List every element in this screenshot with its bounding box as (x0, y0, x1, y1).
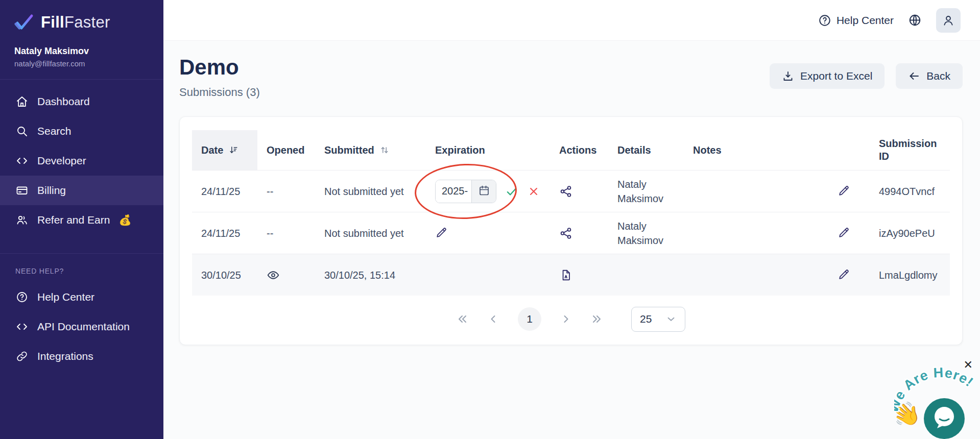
code-icon (15, 320, 29, 333)
content: Demo Submissions (3) Export to Excel Bac… (163, 41, 980, 439)
sidebar-item-search[interactable]: Search (0, 116, 163, 146)
code-icon (15, 154, 29, 167)
double-chevron-left-icon (457, 313, 469, 325)
share-icon[interactable] (559, 185, 572, 198)
share-icon[interactable] (559, 227, 572, 240)
actions-cell (550, 227, 608, 240)
divider (0, 253, 163, 254)
date-cell: 30/10/25 (192, 268, 257, 282)
sidebar-item-label: Billing (37, 184, 66, 197)
submission-id-cell: izAy90ePeU (868, 226, 950, 240)
chevron-down-icon (665, 313, 677, 325)
edit-notes-button[interactable] (838, 184, 850, 199)
topbar-help-center[interactable]: Help Center (818, 14, 894, 27)
prev-page-button[interactable] (487, 313, 499, 325)
refer-icon (15, 213, 29, 227)
page-size-select[interactable]: 25 (631, 307, 685, 332)
sidebar-item-refer-and-earn[interactable]: Refer and Earn 💰 (0, 205, 163, 235)
chevron-left-icon (487, 313, 499, 325)
current-page[interactable]: 1 (518, 307, 541, 331)
column-header-date[interactable]: Date (192, 130, 257, 170)
column-header-notes: Notes (684, 130, 868, 170)
table-header: Date Opened Submitted Expiration Actions… (192, 130, 950, 170)
edit-expiration-button[interactable] (435, 226, 448, 240)
user-email: nataly@fillfaster.com (14, 59, 149, 68)
details-cell: Nataly Maksimov (608, 219, 684, 248)
app-logo[interactable]: FillFaster (0, 0, 163, 42)
submitted-cell: Not submitted yet (315, 184, 426, 199)
next-page-button[interactable] (560, 313, 572, 325)
sidebar-item-label: Developer (37, 155, 86, 167)
submitted-cell: 30/10/25, 15:14 (315, 268, 426, 282)
pdf-icon[interactable] (559, 269, 572, 282)
credit-card-icon (15, 184, 29, 197)
sidebar-item-label: Dashboard (37, 95, 90, 108)
first-page-button[interactable] (457, 313, 469, 325)
export-to-excel-button[interactable]: Export to Excel (770, 63, 885, 89)
sidebar-item-developer[interactable]: Developer (0, 146, 163, 176)
sidebar-item-dashboard[interactable]: Dashboard (0, 87, 163, 116)
notes-cell (684, 226, 868, 240)
sidebar-item-label: Search (37, 125, 71, 137)
edit-notes-button[interactable] (838, 226, 850, 240)
details-cell: Nataly Maksimov (608, 177, 684, 206)
actions-cell (550, 185, 608, 198)
pencil-icon (838, 226, 850, 240)
column-header-actions: Actions (550, 130, 608, 170)
divider (0, 79, 163, 80)
table-row: 24/11/25 -- Not submitted yet Nataly Mak… (192, 170, 950, 212)
cancel-expiration-button[interactable] (527, 185, 540, 198)
chat-bubble-graphic[interactable]: We Are Here! (894, 357, 980, 439)
sidebar-item-label: API Documentation (37, 321, 130, 333)
question-icon (818, 14, 831, 27)
page-title: Demo (179, 55, 260, 80)
notes-cell (684, 268, 868, 282)
last-page-button[interactable] (590, 313, 603, 325)
app-name: FillFaster (41, 13, 110, 32)
chat-widget[interactable]: ✕ 👋 We Are Here! (888, 348, 980, 439)
search-icon (15, 125, 29, 138)
submissions-card: Date Opened Submitted Expiration Actions… (179, 116, 963, 345)
column-header-submitted[interactable]: Submitted (315, 130, 426, 170)
back-button[interactable]: Back (896, 63, 963, 89)
export-button-label: Export to Excel (800, 70, 872, 82)
help-nav: Help Center API Documentation Integratio… (0, 280, 163, 378)
main-area: Help Center Demo Submissions (3) Export … (163, 0, 980, 439)
language-globe-button[interactable] (908, 13, 922, 27)
opened-cell: -- (257, 226, 315, 240)
confirm-expiration-button[interactable] (505, 184, 519, 199)
checkmark-logo-icon (14, 14, 35, 31)
expiration-date-group (435, 180, 496, 203)
column-header-details: Details (608, 130, 684, 170)
back-button-label: Back (926, 70, 950, 82)
sidebar-item-api-documentation[interactable]: API Documentation (0, 312, 163, 342)
notes-cell (684, 184, 868, 199)
opened-value: -- (267, 226, 273, 240)
topbar: Help Center (163, 0, 980, 41)
main-nav: Dashboard Search Developer Billing Refer… (0, 80, 163, 242)
sort-descending-icon (228, 144, 239, 156)
column-header-expiration: Expiration (426, 130, 550, 170)
sidebar-item-help-center[interactable]: Help Center (0, 282, 163, 312)
sidebar-item-label: Integrations (37, 350, 93, 362)
question-icon (15, 290, 29, 304)
calendar-button[interactable] (471, 180, 496, 203)
expiration-cell (426, 180, 550, 203)
money-bag-emoji: 💰 (118, 214, 131, 226)
globe-icon (908, 13, 922, 27)
download-icon (782, 70, 794, 82)
eye-icon[interactable] (267, 269, 280, 282)
pencil-icon (838, 268, 850, 282)
edit-notes-button[interactable] (838, 268, 850, 282)
account-button[interactable] (936, 8, 961, 33)
expiration-date-input[interactable] (436, 180, 471, 203)
calendar-icon (478, 184, 490, 198)
pencil-icon (838, 184, 850, 199)
sidebar-item-integrations[interactable]: Integrations (0, 342, 163, 371)
sidebar: FillFaster Nataly Maksimov nataly@fillfa… (0, 0, 163, 439)
user-icon (942, 14, 955, 27)
page-subtitle: Submissions (3) (179, 86, 260, 99)
link-icon (15, 350, 29, 363)
sidebar-item-billing[interactable]: Billing (0, 176, 163, 205)
opened-cell (257, 269, 315, 282)
